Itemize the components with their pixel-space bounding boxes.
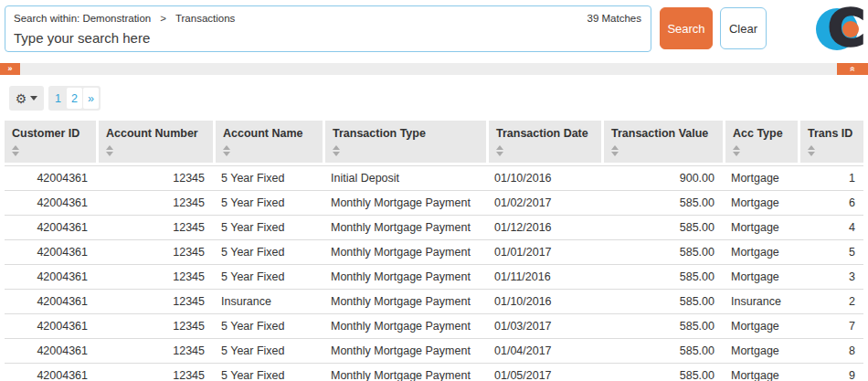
sort-icon[interactable] <box>611 145 619 156</box>
cell-transaction-value: 585.00 <box>601 191 723 216</box>
clear-button[interactable]: Clear <box>720 7 767 49</box>
cell-transaction-date: 01/11/2016 <box>486 265 601 290</box>
cell-account-name: 5 Year Fixed <box>213 339 323 364</box>
settings-menu-button[interactable]: ⚙ <box>9 86 44 111</box>
cell-transaction-type: Monthly Mortgage Payment <box>323 290 486 314</box>
cell-customer-id: 42004361 <box>5 165 96 191</box>
sort-desc-icon <box>808 152 815 156</box>
table-row[interactable]: 42004361123455 Year FixedMonthly Mortgag… <box>5 364 863 381</box>
sort-desc-icon <box>106 152 113 156</box>
column-label: Acc Type <box>733 127 790 140</box>
double-chevron-up-icon: » <box>847 67 859 72</box>
cell-account-name: Insurance <box>213 290 323 314</box>
sort-icon[interactable] <box>733 145 740 156</box>
cell-transaction-date: 01/01/2017 <box>486 240 601 265</box>
sort-asc-icon <box>733 145 740 150</box>
sort-asc-icon <box>12 145 19 150</box>
cell-account-number: 12345 <box>96 265 213 290</box>
cell-transaction-type: Initial Deposit <box>323 165 486 191</box>
column-header-customer-id[interactable]: Customer ID <box>5 121 96 165</box>
cell-customer-id: 42004361 <box>5 265 96 290</box>
column-label: Customer ID <box>12 127 89 140</box>
page-button-1[interactable]: 1 <box>50 88 66 109</box>
cell-acc-type: Mortgage <box>723 165 798 191</box>
cell-transaction-date: 01/04/2017 <box>486 339 601 364</box>
table-row[interactable]: 42004361123455 Year FixedMonthly Mortgag… <box>5 216 863 240</box>
sort-desc-icon <box>333 152 340 156</box>
cell-trans-id: 4 <box>798 216 863 240</box>
search-input[interactable] <box>14 27 525 48</box>
table-header-row: Customer IDAccount NumberAccount NameTra… <box>5 121 863 165</box>
cell-acc-type: Mortgage <box>723 339 798 364</box>
cell-trans-id: 1 <box>798 165 863 191</box>
cell-account-name: 5 Year Fixed <box>213 165 323 191</box>
match-count: 39 Matches <box>587 13 641 24</box>
cell-acc-type: Mortgage <box>723 191 798 216</box>
breadcrumb-separator: > <box>160 13 166 24</box>
column-label: Transaction Type <box>333 127 479 140</box>
cell-trans-id: 7 <box>798 314 863 339</box>
sort-icon[interactable] <box>223 145 230 156</box>
breadcrumb-current[interactable]: Transactions <box>175 13 235 24</box>
table-row[interactable]: 4200436112345InsuranceMonthly Mortgage P… <box>5 290 863 314</box>
expand-panel-button[interactable]: » <box>0 63 20 75</box>
table-row[interactable]: 42004361123455 Year FixedMonthly Mortgag… <box>5 240 863 265</box>
cell-transaction-value: 585.00 <box>601 364 723 381</box>
cell-acc-type: Insurance <box>723 290 798 314</box>
search-panel: Search within: Demonstration>Transaction… <box>5 5 651 52</box>
column-header-transaction-type[interactable]: Transaction Type <box>323 121 486 165</box>
cell-transaction-value: 585.00 <box>601 339 723 364</box>
cell-account-number: 12345 <box>96 314 213 339</box>
collapse-bar: » » <box>0 63 868 75</box>
cell-customer-id: 42004361 <box>5 314 96 339</box>
cell-account-name: 5 Year Fixed <box>213 216 323 240</box>
collapse-panel-button[interactable]: » <box>837 63 868 75</box>
cell-transaction-date: 01/05/2017 <box>486 364 601 381</box>
next-page-button[interactable]: » <box>83 88 99 109</box>
cell-trans-id: 2 <box>798 290 863 314</box>
sort-desc-icon <box>223 152 230 156</box>
cell-account-number: 12345 <box>96 339 213 364</box>
search-button[interactable]: Search <box>660 7 713 49</box>
cell-customer-id: 42004361 <box>5 290 96 314</box>
table-row[interactable]: 42004361123455 Year FixedMonthly Mortgag… <box>5 314 863 339</box>
cell-transaction-type: Monthly Mortgage Payment <box>323 216 486 240</box>
cell-acc-type: Mortgage <box>723 240 798 265</box>
column-header-transaction-value[interactable]: Transaction Value <box>601 121 723 165</box>
double-chevron-right-icon: » <box>7 64 12 73</box>
breadcrumb-root[interactable]: Search within: Demonstration <box>14 13 151 24</box>
sort-icon[interactable] <box>106 145 113 156</box>
column-header-trans-id[interactable]: Trans ID <box>798 121 863 165</box>
sort-icon[interactable] <box>808 145 815 156</box>
table-row[interactable]: 42004361123455 Year FixedMonthly Mortgag… <box>5 339 863 364</box>
cell-transaction-type: Monthly Mortgage Payment <box>323 339 486 364</box>
table-row[interactable]: 42004361123455 Year FixedMonthly Mortgag… <box>5 265 863 290</box>
column-label: Transaction Date <box>496 127 594 140</box>
sort-icon[interactable] <box>333 145 340 156</box>
sort-icon[interactable] <box>496 145 503 156</box>
cell-account-number: 12345 <box>96 216 213 240</box>
cell-transaction-type: Monthly Mortgage Payment <box>323 364 486 381</box>
table-row[interactable]: 42004361123455 Year FixedInitial Deposit… <box>5 165 863 191</box>
cell-transaction-value: 585.00 <box>601 265 723 290</box>
cell-account-name: 5 Year Fixed <box>213 364 323 381</box>
column-header-acc-type[interactable]: Acc Type <box>723 121 798 165</box>
cell-account-name: 5 Year Fixed <box>213 191 323 216</box>
column-label: Account Number <box>106 127 206 140</box>
cell-account-name: 5 Year Fixed <box>213 265 323 290</box>
cell-acc-type: Mortgage <box>723 314 798 339</box>
column-label: Transaction Value <box>611 127 715 140</box>
column-label: Trans ID <box>808 127 856 140</box>
table-row[interactable]: 42004361123455 Year FixedMonthly Mortgag… <box>5 191 863 216</box>
cell-transaction-type: Monthly Mortgage Payment <box>323 191 486 216</box>
cell-trans-id: 5 <box>798 240 863 265</box>
cell-account-name: 5 Year Fixed <box>213 314 323 339</box>
cell-transaction-date: 01/03/2017 <box>486 314 601 339</box>
column-header-transaction-date[interactable]: Transaction Date <box>486 121 601 165</box>
sort-desc-icon <box>733 152 740 156</box>
column-header-account-number[interactable]: Account Number <box>96 121 213 165</box>
column-header-account-name[interactable]: Account Name <box>213 121 323 165</box>
app-logo: C <box>816 5 867 54</box>
sort-icon[interactable] <box>12 145 19 156</box>
page-button-2[interactable]: 2 <box>67 88 82 109</box>
